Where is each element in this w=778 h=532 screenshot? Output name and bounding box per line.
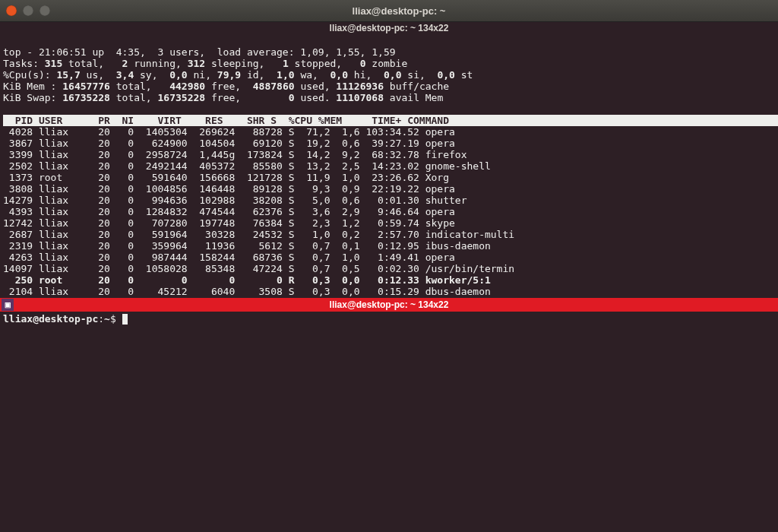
top-mem-line: KiB Mem : 16457776 total, 442980 free, 4… (3, 81, 449, 92)
process-row: 4028 lliax 20 0 1405304 269624 88728 S 7… (3, 126, 455, 138)
process-row: 14279 lliax 20 0 994636 102988 38208 S 5… (3, 195, 466, 206)
process-row: 14097 lliax 20 0 1058028 85348 47224 S 0… (3, 263, 514, 274)
close-icon[interactable] (6, 5, 17, 16)
process-row: 4393 lliax 20 0 1284832 474544 62376 S 3… (3, 206, 455, 217)
process-row: 3399 lliax 20 0 2958724 1,445g 173824 S … (3, 149, 466, 160)
process-row: 1373 root 20 0 591640 156668 121728 S 11… (3, 172, 449, 183)
process-row: 250 root 20 0 0 0 0 R 0,3 0,0 0:12.33 kw… (3, 274, 491, 286)
minimize-icon[interactable] (23, 5, 33, 16)
prompt-user-host: lliax@desktop-pc (3, 313, 98, 325)
pane-tab-title-top: lliax@desktop-pc: ~ 134x22 (0, 22, 778, 34)
pane-icon: ▣ (2, 299, 14, 311)
top-uptime-line: top - 21:06:51 up 4:35, 3 users, load av… (3, 46, 396, 58)
process-row: 2319 lliax 20 0 359964 11936 5612 S 0,7 … (3, 240, 491, 252)
top-output: top - 21:06:51 up 4:35, 3 users, load av… (0, 34, 778, 298)
cursor-block (122, 314, 128, 325)
window-controls (0, 5, 50, 16)
window-title: lliax@desktop-pc: ~ (50, 5, 778, 17)
maximize-icon[interactable] (40, 5, 50, 16)
process-row: 4263 lliax 20 0 987444 158244 68736 S 0,… (3, 252, 455, 263)
top-cpu-line: %Cpu(s): 15,7 us, 3,4 sy, 0,0 ni, 79,9 i… (3, 69, 473, 81)
process-row: 2502 lliax 20 0 2492144 405372 85580 S 1… (3, 160, 491, 172)
terminal-body[interactable]: lliax@desktop-pc: ~ 134x22 top - 21:06:5… (0, 22, 778, 532)
top-column-header: PID USER PR NI VIRT RES SHR S %CPU %MEM … (3, 115, 778, 126)
process-row: 2687 lliax 20 0 591964 30328 24532 S 1,0… (3, 229, 514, 240)
shell-prompt[interactable]: lliax@desktop-pc:~$ (0, 312, 778, 327)
pane-tab-title-bottom: lliax@desktop-pc: ~ 134x22 (14, 298, 778, 312)
process-row: 12742 lliax 20 0 707280 197748 76384 S 2… (3, 217, 455, 229)
process-row: 3867 lliax 20 0 624900 104504 69120 S 19… (3, 138, 455, 149)
terminator-active-tab[interactable]: ▣ lliax@desktop-pc: ~ 134x22 (0, 298, 778, 312)
process-row: 2104 lliax 20 0 45212 6040 3508 S 0,3 0,… (3, 286, 491, 297)
window-titlebar: lliax@desktop-pc: ~ (0, 0, 778, 22)
prompt-path: ~ (104, 313, 110, 325)
process-list: 4028 lliax 20 0 1405304 269624 88728 S 7… (3, 126, 775, 297)
top-tasks-line: Tasks: 315 total, 2 running, 312 sleepin… (3, 58, 407, 69)
top-swap-line: KiB Swap: 16735228 total, 16735228 free,… (3, 92, 443, 103)
process-row: 3808 lliax 20 0 1004856 146448 89128 S 9… (3, 183, 455, 195)
